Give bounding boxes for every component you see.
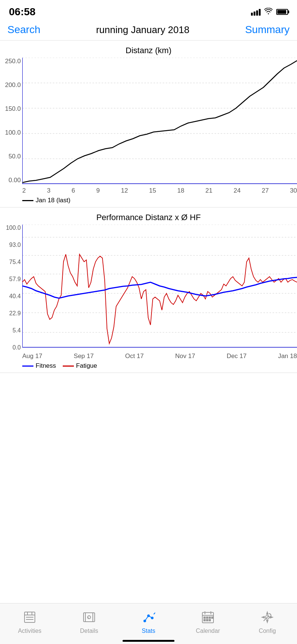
fatigue-legend-label: Fatigue xyxy=(76,362,97,370)
distance-chart-section: Distanz (km) 250.0 200.0 150.0 100.0 50.… xyxy=(0,41,297,207)
fatigue-legend-line xyxy=(63,366,74,367)
svg-rect-35 xyxy=(206,617,208,618)
tab-stats[interactable]: Stats xyxy=(119,609,178,634)
signal-icon xyxy=(251,8,261,16)
battery-icon xyxy=(276,9,288,15)
svg-rect-40 xyxy=(212,617,213,618)
config-icon xyxy=(259,609,275,625)
svg-rect-34 xyxy=(204,617,205,618)
activities-icon xyxy=(22,609,38,625)
performance-chart-section: Performance Distanz x Ø HF 100.0 93.0 75… xyxy=(0,207,297,373)
status-time: 06:58 xyxy=(9,6,36,18)
status-bar: 06:58 xyxy=(0,0,297,22)
stats-tab-label: Stats xyxy=(142,628,155,634)
perf-chart-title: Performance Distanz x Ø HF xyxy=(0,207,297,225)
perf-chart-area xyxy=(22,225,297,351)
details-tab-label: Details xyxy=(80,628,98,634)
tab-bar: Activities ✦ Details Stats xyxy=(0,603,297,644)
distance-chart-title: Distanz (km) xyxy=(0,41,297,58)
perf-chart-svg xyxy=(22,225,297,351)
page-title: running January 2018 xyxy=(96,24,190,36)
tab-config[interactable]: Config xyxy=(238,609,297,634)
perf-x-axis: Aug 17 Sep 17 Oct 17 Nov 17 Dec 17 Jan 1… xyxy=(0,351,297,361)
tab-details[interactable]: ✦ Details xyxy=(59,609,119,634)
fitness-legend-label: Fitness xyxy=(36,362,56,370)
distance-chart-area xyxy=(22,58,297,184)
svg-rect-37 xyxy=(204,619,205,621)
activities-tab-label: Activities xyxy=(18,628,41,634)
distance-x-axis: 2 3 6 9 12 15 18 21 24 27 30 xyxy=(0,186,297,195)
status-icons xyxy=(251,8,288,16)
details-icon: ✦ xyxy=(81,609,97,625)
summary-button[interactable]: Summary xyxy=(245,24,290,36)
fitness-legend-line xyxy=(22,366,33,367)
fatigue-legend-item: Fatigue xyxy=(63,362,97,370)
calendar-icon xyxy=(200,609,216,625)
svg-rect-36 xyxy=(209,617,210,618)
svg-text:✦: ✦ xyxy=(87,616,89,620)
tab-calendar[interactable]: Calendar xyxy=(178,609,238,634)
distance-legend: Jan 18 (last) xyxy=(0,195,297,207)
distance-legend-label: Jan 18 (last) xyxy=(36,197,71,204)
nav-bar: Search running January 2018 Summary xyxy=(0,22,297,41)
svg-rect-39 xyxy=(209,619,210,621)
config-tab-label: Config xyxy=(259,628,276,634)
stats-icon xyxy=(140,609,157,625)
distance-chart-svg xyxy=(22,58,297,184)
legend-black-line xyxy=(22,200,33,201)
distance-y-axis: 250.0 200.0 150.0 100.0 50.0 0.00 xyxy=(0,58,22,184)
tab-activities[interactable]: Activities xyxy=(0,609,59,634)
search-button[interactable]: Search xyxy=(7,24,40,36)
wifi-icon xyxy=(264,8,272,16)
perf-legend: Fitness Fatigue xyxy=(0,361,297,373)
calendar-tab-label: Calendar xyxy=(196,628,220,634)
fitness-legend-item: Fitness xyxy=(22,362,56,370)
svg-rect-38 xyxy=(206,619,208,621)
perf-y-axis: 100.0 93.0 75.4 57.9 40.4 22.9 5.4 0.0 xyxy=(0,225,22,351)
home-indicator xyxy=(123,640,174,642)
